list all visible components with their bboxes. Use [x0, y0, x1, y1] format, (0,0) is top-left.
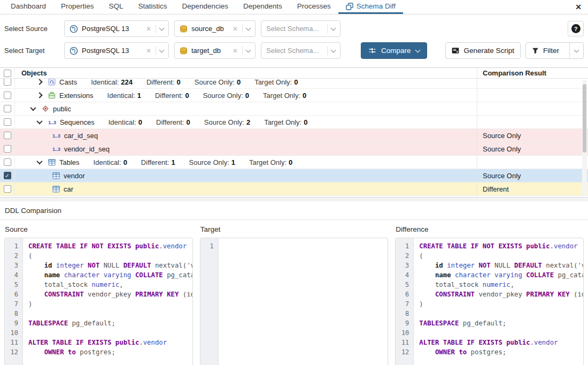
compare-button[interactable]: Compare — [361, 42, 427, 59]
table-row-vendor-id-seq[interactable]: 1..3vendor_id_seqSource Only — [0, 142, 588, 156]
line-number: 4 — [5, 270, 22, 280]
chevron-down-icon — [574, 47, 579, 52]
line-number: 6 — [396, 290, 413, 299]
object-label: Casts — [59, 79, 77, 86]
filter-dropdown-toggle[interactable] — [569, 43, 583, 58]
tab-label: Schema Diff — [357, 2, 396, 10]
code-line: id integer NOT NULL DEFAULT nextval('ven… — [28, 261, 192, 270]
generate-script-button[interactable]: Generate Script — [445, 42, 521, 59]
panel-splitter[interactable] — [0, 197, 588, 201]
expand-down-icon[interactable] — [36, 158, 42, 164]
expand-down-icon[interactable] — [36, 118, 42, 124]
row-checkbox[interactable]: ✓ — [4, 172, 11, 179]
expand-right-icon[interactable] — [36, 79, 42, 85]
objects-cell: car — [15, 182, 477, 195]
object-label: car_id_seq — [64, 132, 98, 140]
compare-icon — [368, 48, 376, 54]
code-line: CONSTRAINT vendor_pkey PRIMARY KEY (id) — [28, 290, 192, 299]
expand-down-icon[interactable] — [30, 105, 36, 111]
chevron-down-icon[interactable] — [331, 25, 336, 31]
chevron-down-icon[interactable] — [415, 47, 420, 52]
comparison-controls: Select Source PostgreSQL 13 ✕ source_db … — [0, 14, 588, 66]
table-row-vendor[interactable]: ✓vendorSource Only — [0, 169, 588, 182]
row-checkbox-cell — [0, 89, 15, 102]
comparison-result-cell — [477, 102, 588, 115]
clear-icon[interactable]: ✕ — [143, 47, 154, 55]
casts-icon — [48, 79, 56, 86]
divider — [327, 25, 328, 33]
line-number: 12 — [5, 347, 22, 357]
target-server-select[interactable]: PostgreSQL 13 ✕ — [64, 42, 169, 59]
difference-panel-title: Difference — [395, 220, 584, 238]
table-row-sequences[interactable]: 1..3SequencesIdentical:0Different:0Sourc… — [0, 116, 588, 129]
chevron-down-icon[interactable] — [159, 47, 165, 52]
target-schema-select[interactable]: Select Schema... — [261, 42, 341, 59]
chevron-down-icon[interactable] — [246, 25, 251, 31]
tab-dependents[interactable]: Dependents — [236, 0, 290, 14]
chevron-down-icon[interactable] — [159, 25, 165, 31]
chevron-down-icon[interactable] — [246, 47, 251, 52]
table-row-tables[interactable]: TablesIdentical:0Different:1Source Only:… — [0, 156, 588, 169]
row-checkbox[interactable] — [4, 158, 11, 166]
difference-ddl-panel: Difference 123456789101112 CREATE TABLE … — [395, 220, 584, 365]
help-button[interactable]: ? — [568, 21, 584, 36]
source-server-select[interactable]: PostgreSQL 13 ✕ — [64, 20, 169, 37]
target-code-editor[interactable]: 1 — [200, 238, 389, 365]
row-checkbox[interactable] — [4, 118, 11, 126]
line-number: 7 — [396, 299, 413, 309]
tab-processes[interactable]: Processes — [290, 0, 338, 14]
tab-dependencies[interactable]: Dependencies — [175, 0, 236, 14]
table-row-car[interactable]: carDifferent — [0, 182, 588, 196]
target-database-select[interactable]: target_db ✕ — [174, 42, 256, 59]
select-source-row: Select Source PostgreSQL 13 ✕ source_db … — [4, 20, 584, 37]
divider — [156, 25, 156, 33]
filter-button-main[interactable]: Filter — [526, 43, 565, 58]
row-checkbox[interactable] — [4, 132, 11, 139]
tab-statistics[interactable]: Statistics — [131, 0, 175, 14]
count-identical-: Identical:0 — [109, 118, 142, 126]
count-identical-: Identical:0 — [94, 158, 127, 166]
sql-code — [219, 238, 388, 251]
tab-sql[interactable]: SQL — [102, 0, 131, 14]
chevron-down-icon[interactable] — [331, 47, 336, 52]
source-schema-select[interactable]: Select Schema... — [261, 20, 341, 37]
count-different-: Different:1 — [141, 158, 175, 166]
row-checkbox[interactable] — [4, 185, 11, 193]
line-number: 1 — [200, 241, 218, 251]
postgresql-icon — [69, 47, 78, 55]
question-icon: ? — [571, 24, 581, 33]
line-number: 3 — [5, 261, 22, 270]
tab-dashboard[interactable]: Dashboard — [3, 0, 53, 14]
count-identical-: Identical:1 — [107, 92, 141, 100]
objects-cell: 1..3SequencesIdentical:0Different:0Sourc… — [15, 116, 477, 128]
expand-right-icon[interactable] — [36, 92, 42, 98]
count-target-only-: Target Only:0 — [264, 118, 307, 126]
code-line: total_stock numeric, — [28, 280, 192, 290]
clear-icon[interactable]: ✕ — [229, 25, 241, 33]
source-code-editor[interactable]: 123456789101112 CREATE TABLE IF NOT EXIS… — [4, 238, 193, 365]
table-row-public[interactable]: public — [0, 102, 588, 116]
line-number: 8 — [5, 309, 22, 318]
tab-schema-diff[interactable]: Schema Diff — [338, 0, 403, 14]
clear-icon[interactable]: ✕ — [229, 47, 241, 55]
row-checkbox-cell — [0, 156, 15, 169]
table-row-casts[interactable]: CastsIdentical:224Different:0Source Only… — [0, 79, 588, 89]
vertical-scrollbar[interactable] — [582, 80, 587, 196]
row-checkbox[interactable] — [4, 145, 11, 153]
select-all-checkbox[interactable] — [4, 70, 11, 77]
row-checkbox[interactable] — [4, 79, 11, 86]
tab-properties[interactable]: Properties — [53, 0, 102, 14]
table-icon — [48, 159, 56, 166]
table-row-extensions[interactable]: ExtensionsIdentical:1Different:0Source O… — [0, 89, 588, 102]
source-database-select[interactable]: source_db ✕ — [174, 20, 256, 37]
clear-icon[interactable]: ✕ — [143, 25, 154, 33]
ddl-comparison-title: DDL Comparision — [0, 201, 588, 220]
row-checkbox[interactable] — [4, 105, 11, 112]
row-checkbox[interactable] — [4, 92, 11, 99]
difference-code-editor[interactable]: 123456789101112 CREATE TABLE IF NOT EXIS… — [395, 238, 584, 365]
vertical-scrollbar-thumb[interactable] — [583, 84, 586, 153]
target-panel-title: Target — [200, 220, 389, 238]
table-row-car-id-seq[interactable]: 1..3car_id_seqSource Only — [0, 129, 588, 142]
row-checkbox-cell — [0, 79, 15, 88]
close-icon[interactable]: ✕ — [572, 3, 585, 11]
